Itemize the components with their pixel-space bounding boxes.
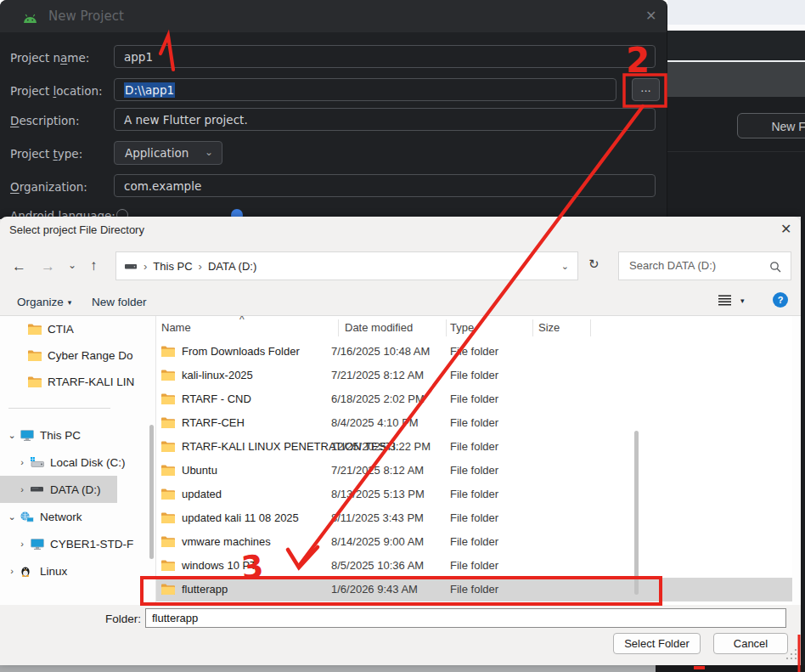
file-type: File folder: [450, 369, 498, 381]
sidebar-item-local-disk-c[interactable]: ›Local Disk (C:): [0, 449, 155, 476]
folder-icon: [161, 417, 175, 431]
help-icon[interactable]: ?: [773, 292, 788, 308]
column-header-name[interactable]: Name: [161, 321, 191, 334]
column-divider[interactable]: [590, 319, 591, 336]
file-type: File folder: [450, 511, 498, 524]
close-icon[interactable]: ✕: [645, 8, 656, 24]
search-input[interactable]: [628, 258, 767, 273]
sidebar-item-label: CTIA: [48, 323, 74, 336]
file-date-modified: 8/14/2025 9:00 AM: [331, 535, 424, 548]
column-header-date[interactable]: Date modified: [345, 321, 413, 334]
organization-label: Organization:: [10, 180, 87, 194]
folder-icon: [161, 584, 175, 597]
folder-icon: [161, 441, 175, 455]
file-date-modified: 7/16/2025 10:48 AM: [331, 345, 430, 358]
sidebar-item-linux[interactable]: ›Linux: [0, 557, 155, 584]
folder-icon: [161, 465, 175, 478]
up-icon[interactable]: ↑: [90, 257, 98, 274]
organization-input[interactable]: com.example: [114, 174, 656, 197]
project-location-input[interactable]: D:\\app1: [114, 78, 616, 101]
project-name-input[interactable]: app1: [114, 45, 656, 68]
new-project-title: New Project: [48, 8, 124, 24]
breadcrumb-this-pc[interactable]: This PC: [153, 260, 192, 273]
sidebar-item-rtarf-kali-lin[interactable]: RTARF-KALI LIN: [0, 369, 155, 395]
breadcrumb[interactable]: › This PC › DATA (D:) ⌄: [115, 251, 578, 280]
view-dropdown-icon[interactable]: ▾: [740, 296, 745, 305]
file-name: kali-linux-2025: [182, 369, 253, 381]
sidebar-item-data-d[interactable]: ›DATA (D:): [0, 476, 117, 503]
chevron-icon[interactable]: ⌄: [7, 430, 17, 441]
sidebar-item-label: RTARF-KALI LIN: [48, 376, 134, 388]
sidebar-item-cyber1-std-f[interactable]: ›CYBER1-STD-F: [0, 530, 155, 557]
chevron-icon[interactable]: ›: [17, 484, 27, 494]
new-folder-button[interactable]: New folder: [92, 296, 147, 308]
file-row[interactable]: updated kali 11 08 20258/11/2025 3:43 PM…: [156, 506, 792, 530]
sidebar-item-ctia[interactable]: CTIA: [0, 316, 155, 342]
column-divider[interactable]: [532, 319, 533, 336]
sidebar-item-cyber-range-do[interactable]: Cyber Range Do: [0, 342, 155, 369]
diskos-icon: [31, 457, 46, 467]
file-name: RTARF-CEH: [182, 416, 245, 429]
file-dialog-title: Select project File Directory: [9, 223, 144, 236]
refresh-icon[interactable]: ↻: [588, 257, 600, 272]
column-divider[interactable]: [338, 319, 339, 336]
file-row[interactable]: updated8/13/2025 5:13 PMFile folder: [156, 483, 792, 506]
chevron-icon[interactable]: ⌄: [7, 511, 17, 522]
file-type: File folder: [450, 345, 498, 358]
sidebar-item-this-pc[interactable]: ⌄This PC: [0, 421, 155, 449]
project-type-select[interactable]: Application⌄: [114, 141, 222, 165]
file-row[interactable]: kali-linux-20257/21/2025 8:12 AMFile fol…: [156, 364, 792, 387]
chevron-icon[interactable]: ›: [17, 539, 27, 549]
column-header-type[interactable]: Type: [450, 321, 474, 334]
file-rows: From Downloads Folder7/16/2025 10:48 AMF…: [156, 340, 792, 601]
folder-icon: [161, 370, 175, 383]
view-list-icon[interactable]: [718, 295, 732, 308]
background-band-white: [667, 25, 805, 31]
file-type: File folder: [450, 440, 498, 453]
chevron-down-icon: ⌄: [205, 141, 213, 163]
background-band-dark: [667, 31, 805, 60]
file-row[interactable]: From Downloads Folder7/16/2025 10:48 AMF…: [156, 340, 792, 364]
file-type: File folder: [450, 488, 498, 500]
address-dropdown-icon[interactable]: ⌄: [561, 261, 569, 272]
forward-icon[interactable]: →: [41, 258, 55, 275]
file-row[interactable]: vmware machines8/14/2025 9:00 AMFile fol…: [156, 530, 792, 554]
sidebar: CTIACyber Range DoRTARF-KALI LIN⌄This PC…: [0, 316, 155, 605]
file-list-scrollbar[interactable]: [634, 431, 639, 595]
file-row[interactable]: RTARF-KALI LINUX PENETRATION TESTI...12/…: [156, 435, 792, 459]
chevron-icon[interactable]: ›: [17, 457, 27, 467]
file-type: File folder: [450, 559, 498, 572]
organize-button[interactable]: Organize▾: [17, 296, 71, 308]
sidebar-scrollbar[interactable]: [149, 425, 154, 559]
file-row[interactable]: Ubuntu7/21/2025 8:12 AMFile folder: [156, 459, 792, 483]
folder-icon: [161, 512, 175, 526]
file-row[interactable]: flutterapp1/6/2026 9:43 AMFile folder: [156, 578, 792, 601]
breadcrumb-separator: ›: [144, 260, 147, 273]
android-icon: [23, 11, 37, 27]
file-row[interactable]: windows 10 PT8/5/2025 10:36 AMFile folde…: [156, 554, 792, 578]
file-row[interactable]: RTARF - CND6/18/2025 2:02 PMFile folder: [156, 387, 792, 411]
file-row[interactable]: RTARF-CEH8/4/2025 4:10 PMFile folder: [156, 411, 792, 435]
sidebar-item-label: This PC: [40, 429, 81, 442]
folder-name-input[interactable]: [145, 608, 786, 628]
new-flutter-project-button[interactable]: New Flutter Project: [737, 113, 805, 138]
column-header-size[interactable]: Size: [538, 321, 560, 334]
select-folder-button[interactable]: Select Folder: [613, 633, 701, 654]
close-icon[interactable]: ✕: [780, 221, 791, 237]
column-divider[interactable]: [446, 319, 447, 336]
chevron-icon[interactable]: ›: [7, 566, 17, 576]
breadcrumb-data-d[interactable]: DATA (D:): [208, 260, 256, 273]
browse-button[interactable]: ...: [632, 78, 660, 101]
resize-grip-icon[interactable]: [785, 648, 797, 663]
folder-icon: [161, 560, 175, 573]
screen: New Flutter Project New Project ✕ Projec…: [0, 0, 805, 672]
sidebar-item-network[interactable]: ⌄Network: [0, 503, 155, 530]
search-box: [618, 251, 791, 280]
back-icon[interactable]: ←: [12, 258, 26, 275]
linux-icon: [20, 565, 36, 577]
file-type: File folder: [450, 535, 498, 548]
recent-locations-icon[interactable]: ⌄: [68, 259, 76, 271]
description-input[interactable]: A new Flutter project.: [114, 108, 656, 131]
cancel-button[interactable]: Cancel: [713, 633, 788, 654]
drive-icon: [125, 260, 138, 273]
